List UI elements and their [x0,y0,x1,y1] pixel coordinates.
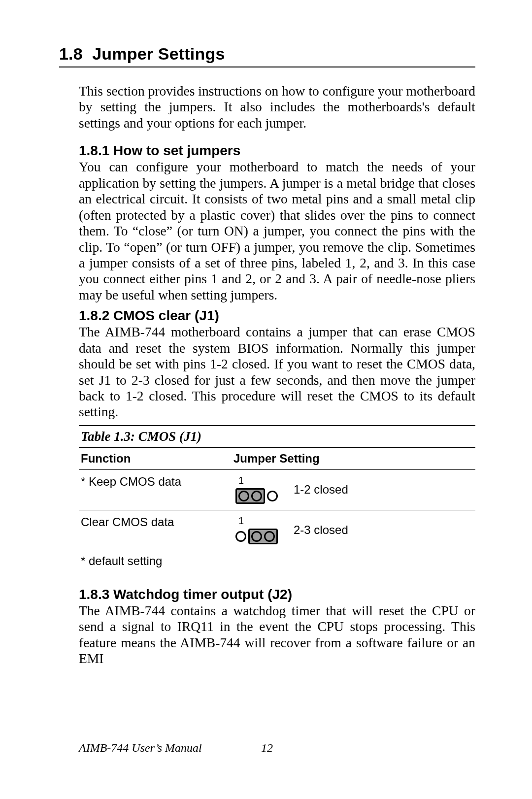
table-footnote: * default setting [79,550,475,568]
table-cell-setting: 1 2-3 closed [233,515,475,545]
section-title-text: Jumper Settings [92,44,225,63]
pin-hole-icon [235,531,246,542]
pin-one-label: 1 [233,515,244,527]
table-row: * Keep CMOS data 1 1-2 closed [79,470,475,510]
table-cell-function: Clear CMOS data [81,515,233,529]
cmos-jumper-table: Table 1.3: CMOS (J1) Function Jumper Set… [79,425,475,568]
section-heading: 1.8 Jumper Settings [59,44,475,64]
pin-one-label: 1 [233,475,244,486]
subsection-body-1: You can configure your motherboard to ma… [79,159,475,303]
jumper-diagram-icon: 1 [233,515,280,545]
table-row: Clear CMOS data 1 2-3 closed [79,510,475,550]
table-header-function: Function [81,452,233,466]
pin-hole-icon [267,491,278,501]
jumper-setting-text: 1-2 closed [294,483,348,497]
subsection-heading-2: 1.8.2 CMOS clear (J1) [79,308,475,324]
table-header-row: Function Jumper Setting [79,448,475,469]
subsection-body-3: The AIMB-744 contains a watchdog timer t… [79,603,475,667]
pin-hole-icon [251,531,262,542]
pin-hole-icon [251,491,262,501]
pin-hole-icon [264,531,275,542]
footer-page-number: 12 [261,741,273,755]
page-footer: AIMB-744 User’s Manual 12 [79,741,473,755]
subsection-heading-1: 1.8.1 How to set jumpers [79,143,475,159]
subsection-heading-3: 1.8.3 Watchdog timer output (J2) [79,587,475,602]
jumper-cap-icon [248,529,278,544]
jumper-pins [233,487,280,505]
section-number: 1.8 [59,44,83,63]
jumper-pins [233,528,280,545]
table-cell-function: * Keep CMOS data [81,475,233,489]
pin-hole-icon [238,491,249,501]
subsection-body-2: The AIMB-744 motherboard contains a jump… [79,324,475,420]
footer-manual-title: AIMB-744 User’s Manual [79,741,202,754]
table-caption: Table 1.3: CMOS (J1) [79,426,475,447]
section-rule [59,67,475,67]
jumper-diagram-icon: 1 [233,475,280,505]
section-intro-paragraph: This section provides instructions on ho… [79,83,475,131]
table-cell-setting: 1 1-2 closed [233,475,475,505]
jumper-setting-text: 2-3 closed [294,523,348,537]
jumper-cap-icon [235,488,265,504]
table-header-setting: Jumper Setting [233,452,475,466]
